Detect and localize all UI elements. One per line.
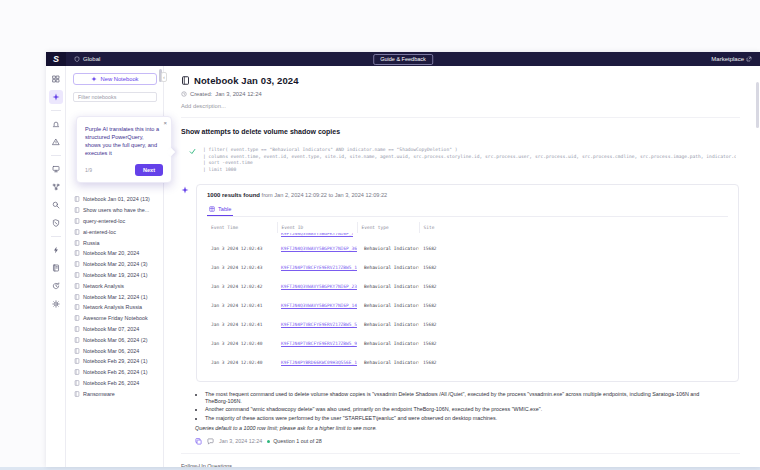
notebook-list-item[interactable]: Show users who have the... <box>66 205 163 216</box>
main-scrollbar-thumb[interactable] <box>756 82 759 128</box>
add-description-field[interactable]: Add description... <box>181 103 760 109</box>
table-row[interactable]: Jan 3 2024 12:02:42 K9FTJN4Q3VWAVY5BGPKY… <box>207 277 728 296</box>
filter-notebooks-input[interactable] <box>73 92 157 102</box>
notebook-list-item[interactable]: Notebook Feb 26, 2024 <box>66 378 163 389</box>
sidebar-collapse-button[interactable]: ‹ <box>161 72 167 82</box>
tooltip-next-button[interactable]: Next <box>135 164 163 176</box>
notebook-icon <box>74 283 80 289</box>
col-header-event-id[interactable]: Event ID <box>277 222 357 233</box>
guide-feedback-button[interactable]: Guide & Feedback <box>373 54 433 65</box>
notebook-list-item[interactable]: Notebook Mar 12, 2024 (1) <box>66 291 163 302</box>
summary-bullet: The majority of these actions were perfo… <box>205 415 720 422</box>
event-type-cell: Behavioral Indicators <box>364 265 419 270</box>
site-cell: 15682 <box>419 353 728 372</box>
event-id-link[interactable]: K9FTJN4PYBRD66KWC09H3Q556E_107 <box>281 360 357 365</box>
shield-block-icon[interactable] <box>49 216 63 230</box>
table-row[interactable]: Jan 3 2024 12:02:43 K9FTJN4Q3VWAVY5BGPKY… <box>207 239 728 258</box>
notebook-item-label: Notebook Mar 19, 2024 (1) <box>83 272 147 278</box>
notebook-icon <box>74 272 80 278</box>
notebook-list-item[interactable]: Notebook Mar 20, 2024 (3) <box>66 259 163 270</box>
notebook-icon <box>74 326 80 332</box>
process-flow-icon[interactable] <box>49 180 63 194</box>
col-header-event-type[interactable]: Event type <box>357 222 419 233</box>
notebook-list-item[interactable]: Awesome Friday Notebook <box>66 313 163 324</box>
table-row[interactable]: Jan 3 2024 12:02:41 K9FTJN4PTVBCFYE9ERVZ… <box>207 315 728 334</box>
notebook-icon <box>74 380 80 386</box>
event-id-link[interactable]: K9FTJN4Q3VWAVY5BGPKY7NI6P_147 <box>281 303 357 308</box>
close-icon[interactable]: × <box>163 120 167 126</box>
event-time-cell: Jan 3 2024 12:02:41 <box>207 296 277 315</box>
event-id-link[interactable]: K9FTJN4PTVBCFYE9ERVZ17ZBW5_53 <box>281 322 357 327</box>
notebook-list-item[interactable]: Network Analysis <box>66 280 163 291</box>
table-row[interactable]: Jan 3 2024 12:02:40 K9FTJN4PYBRD66KWC09H… <box>207 353 728 372</box>
powerquery-code-block[interactable]: | filter( event.type == "Behavioral Indi… <box>203 147 736 173</box>
page-title: Notebook Jan 03, 2024 <box>194 75 299 86</box>
rail-divider <box>51 236 61 237</box>
automation-lightning-icon[interactable] <box>49 243 63 257</box>
notebooks-book-icon[interactable] <box>49 261 63 275</box>
settings-gear-icon[interactable] <box>49 297 63 311</box>
purple-ai-sparkle-icon[interactable] <box>49 90 63 104</box>
search-icon[interactable] <box>49 198 63 212</box>
ai-summary-list: The most frequent command used to delete… <box>195 391 720 422</box>
col-header-event-time[interactable]: Event Time <box>207 222 277 233</box>
notebook-list-item[interactable]: Notebook Mar 06, 2024 (2) <box>66 334 163 345</box>
marketplace-link[interactable]: Marketplace <box>711 56 752 62</box>
event-id-link[interactable]: K9FTJN4PTVBCFYE9ERVZ17ZBW5_9 <box>281 341 357 346</box>
notebook-icon <box>74 196 80 202</box>
notebook-list-item[interactable]: Russia <box>66 237 163 248</box>
notebook-list-item[interactable]: Notebook Mar 19, 2024 (1) <box>66 270 163 281</box>
notebook-list-item[interactable]: Network Analysis Russia <box>66 302 163 313</box>
endpoints-monitor-icon[interactable] <box>49 162 63 176</box>
notebook-icon <box>74 391 80 397</box>
event-time-cell: Jan 3 2024 12:02:43 <box>207 239 277 258</box>
copy-icon[interactable] <box>195 438 202 445</box>
notebook-item-label: Russia <box>83 240 99 246</box>
site-cell: 15682 <box>419 315 728 334</box>
notebook-icon <box>74 240 80 246</box>
siren-icon[interactable] <box>49 117 63 131</box>
new-notebook-button[interactable]: New Notebook <box>73 73 157 85</box>
notebook-list-item[interactable]: ai-entered-loc <box>66 226 163 237</box>
notebook-item-label: Notebook Mar 12, 2024 (1) <box>83 294 147 300</box>
table-row[interactable]: Jan 3 2024 12:02:41 K9FTJN4Q3VWAVY5BGPKY… <box>207 296 728 315</box>
notebook-list-item[interactable]: Notebook Jan 01, 2024 (13) <box>66 194 163 205</box>
tab-table-label: Table <box>218 206 231 212</box>
event-time-cell: Jan 3 2024 12:02:43 <box>207 258 277 277</box>
notebook-list-item[interactable]: Ransomware <box>66 388 163 399</box>
notebook-list-item[interactable]: Notebook Feb 29, 2024 (1) <box>66 356 163 367</box>
notebook-item-label: Notebook Mar 06, 2024 (2) <box>83 337 147 343</box>
notebook-list-item[interactable]: Notebook Mar 07, 2024 <box>66 324 163 335</box>
notebook-icon <box>74 369 80 375</box>
query-line: | columns event.time, event.id, event.ty… <box>203 154 736 161</box>
notebook-icon <box>74 294 80 300</box>
clock-icon <box>181 91 187 97</box>
history-clock-icon[interactable] <box>49 279 63 293</box>
dashboard-grid-icon[interactable] <box>49 72 63 86</box>
notebook-icon <box>74 304 80 310</box>
feedback-comment-icon[interactable] <box>207 438 214 445</box>
sentinelone-logo[interactable]: S <box>46 52 66 66</box>
notebook-item-label: Notebook Feb 29, 2024 (1) <box>83 358 147 364</box>
question-counter: Question 1 out of 28 <box>273 438 322 444</box>
table-row[interactable]: Jan 3 2024 12:02:40 K9FTJN4PTVBCFYE9ERVZ… <box>207 334 728 353</box>
table-row[interactable]: Jan 3 2024 12:02:43 K9FTJN4PTVBCFYE9ERVZ… <box>207 258 728 277</box>
notebook-item-label: Notebook Mar 06, 2024 <box>83 348 139 354</box>
col-header-site[interactable]: Site <box>419 222 728 233</box>
event-id-link[interactable]: K9FTJN4Q3VWAVY5BGPKY7NI6P_372 <box>281 233 353 236</box>
scope-selector[interactable]: Global <box>74 56 100 62</box>
event-id-link[interactable]: K9FTJN4PTVBCFYE9ERVZ17ZBW5_148 <box>281 265 357 270</box>
notebook-list-item[interactable]: Notebook Mar 06, 2024 <box>66 345 163 356</box>
notebook-item-label: Notebook Jan 01, 2024 (13) <box>83 196 150 202</box>
event-id-link[interactable]: K9FTJN4Q3VWAVY5BGPKY7NI6P_366 <box>281 246 357 251</box>
notebook-item-label: Notebook Feb 26, 2024 <box>83 380 139 386</box>
tab-table[interactable]: Table <box>207 206 233 216</box>
event-id-link[interactable]: K9FTJN4Q3VWAVY5BGPKY7NI6P_231 <box>281 284 357 289</box>
notebook-list: Notebook Jan 01, 2024 (13) Show users wh… <box>66 194 163 399</box>
table-icon <box>209 206 215 212</box>
notebook-list-item[interactable]: Notebook Mar 20, 2024 <box>66 248 163 259</box>
risk-triangle-icon[interactable] <box>49 135 63 149</box>
notebook-list-item[interactable]: Notebook Feb 26, 2024 (1) <box>66 367 163 378</box>
notebook-list-item[interactable]: query-entered-loc <box>66 216 163 227</box>
external-link-icon <box>746 56 752 62</box>
